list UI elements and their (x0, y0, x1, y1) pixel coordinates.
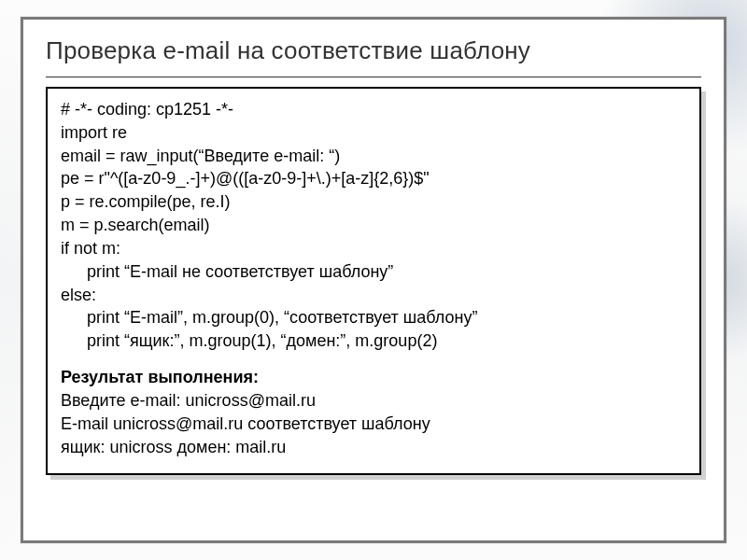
code-line: email = raw_input(“Введите e-mail: “) (61, 145, 686, 168)
code-line: p = re.compile(pe, re.I) (61, 190, 686, 214)
code-line: pe = r"^([a-z0-9_.-]+)@(([a-z0-9-]+\.)+[… (61, 167, 686, 190)
code-block: # -*- coding: cp1251 -*- import re email… (46, 87, 701, 475)
code-line: print “ящик:”, m.group(1), “домен:”, m.g… (61, 329, 686, 353)
code-line: m = p.search(email) (61, 214, 686, 237)
code-indent: print “ящик:”, m.group(1), “домен:”, m.g… (61, 329, 437, 353)
result-line: Введите e-mail: unicross@mail.ru (61, 389, 686, 413)
slide-title: Проверка e-mail на соответствие шаблону (46, 36, 701, 65)
blank-line (61, 353, 686, 366)
title-rule (46, 77, 701, 77)
result-line: E-mail unicross@mail.ru соответствует ша… (61, 413, 686, 436)
code-line: print “E-mail”, m.group(0), “соответству… (61, 306, 686, 329)
code-line: # -*- coding: cp1251 -*- (61, 98, 686, 121)
code-indent: print “E-mail не соответствует шаблону” (61, 260, 393, 284)
code-line: import re (61, 121, 686, 145)
code-line: if not m: (61, 237, 686, 260)
result-heading: Результат выполнения: (61, 366, 686, 389)
code-line: else: (61, 284, 686, 307)
result-line: ящик: unicross домен: mail.ru (61, 436, 686, 459)
slide-frame: Проверка e-mail на соответствие шаблону … (21, 17, 726, 543)
code-indent: print “E-mail”, m.group(0), “соответству… (61, 306, 477, 329)
code-line: print “E-mail не соответствует шаблону” (61, 260, 686, 284)
